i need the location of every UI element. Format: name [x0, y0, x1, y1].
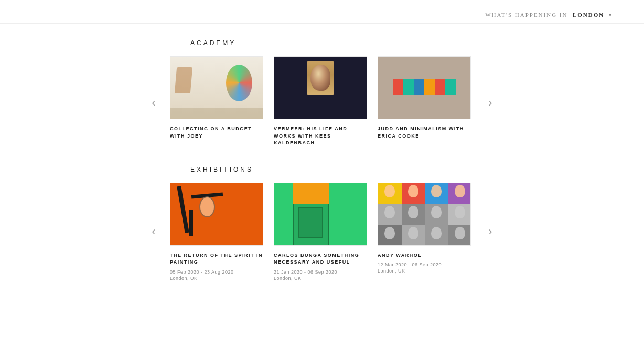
exhibitions-carousel-row: ‹ THE RETURN OF THE SPIRIT IN PAINTING 0…	[0, 183, 644, 281]
exhibition-card-2-location: London, UK	[274, 276, 367, 281]
exhibition-card-3[interactable]: ANDY WARHOL 12 Mar 2020 - 06 Sep 2020 Lo…	[378, 183, 471, 281]
exhibition-card-1[interactable]: THE RETURN OF THE SPIRIT IN PAINTING 05 …	[170, 183, 263, 281]
academy-card-2-image	[274, 56, 367, 119]
exhibitions-section: EXHIBITIONS ‹ THE RETURN OF THE SPIRIT I…	[0, 166, 644, 281]
exhibition-card-1-title: THE RETURN OF THE SPIRIT IN PAINTING	[170, 252, 263, 266]
academy-card-3[interactable]: JUDD AND MINIMALISM WITH ERICA COOKE	[378, 56, 471, 150]
vermeer-img	[274, 57, 367, 119]
gallery-spiral	[226, 65, 252, 101]
paint-stroke-1	[177, 185, 189, 233]
exhibition-card-3-title: ANDY WARHOL	[378, 252, 471, 259]
exhibitions-section-title: EXHIBITIONS	[190, 166, 644, 173]
judd-img	[378, 57, 470, 119]
academy-next-button[interactable]: ›	[477, 90, 503, 116]
location-chevron[interactable]: ▾	[609, 12, 613, 18]
exhibition-card-1-location: London, UK	[170, 276, 263, 281]
header-city: LONDON	[573, 12, 604, 18]
exhibition-card-3-location: London, UK	[378, 268, 471, 274]
academy-prev-button[interactable]: ‹	[141, 90, 167, 116]
exhibitions-prev-button[interactable]: ‹	[141, 218, 167, 245]
header-prefix: WHAT'S HAPPENING IN	[485, 12, 567, 18]
academy-section-title: ACADEMY	[190, 39, 644, 47]
spirit-painting-img	[170, 183, 263, 245]
door-img	[274, 183, 367, 245]
paint-face	[199, 196, 215, 217]
exhibition-card-2-image	[274, 183, 367, 246]
exhibition-card-1-date: 05 Feb 2020 - 23 Aug 2020	[170, 269, 263, 275]
academy-card-2[interactable]: VERMEER: HIS LIFE AND WORKS WITH KEES KA…	[274, 56, 367, 150]
warhol-grid	[378, 183, 471, 246]
academy-card-1[interactable]: COLLECTING ON A BUDGET WITH JOEY	[170, 56, 263, 150]
exhibition-card-2-date: 21 Jan 2020 - 06 Sep 2020	[274, 269, 367, 275]
academy-carousel-row: ‹ COLLECTING ON A BUDGET WITH JOEY	[0, 56, 644, 150]
exhibitions-items: THE RETURN OF THE SPIRIT IN PAINTING 05 …	[167, 183, 477, 281]
academy-items: COLLECTING ON A BUDGET WITH JOEY VERMEER…	[167, 56, 477, 150]
academy-card-1-image	[170, 56, 263, 119]
gallery-room-img	[170, 57, 263, 119]
academy-card-3-title: JUDD AND MINIMALISM WITH ERICA COOKE	[378, 125, 471, 140]
door-top	[293, 183, 329, 204]
exhibitions-next-button[interactable]: ›	[477, 218, 503, 245]
academy-card-1-title: COLLECTING ON A BUDGET WITH JOEY	[170, 125, 263, 140]
exhibition-card-3-date: 12 Mar 2020 - 06 Sep 2020	[378, 262, 471, 267]
header-location-text: WHAT'S HAPPENING IN LONDON ▾	[485, 12, 613, 18]
exhibition-card-2-title: CARLOS BUNGA SOMETHING NECESSARY AND USE…	[274, 252, 367, 266]
header: WHAT'S HAPPENING IN LONDON ▾	[0, 0, 644, 24]
exhibition-card-3-image	[378, 183, 471, 246]
academy-card-3-image	[378, 56, 471, 119]
academy-section: ACADEMY ‹ COLLECTING ON A BUDGET WITH JO…	[0, 39, 644, 150]
exhibition-card-1-image	[170, 183, 263, 246]
door-panel	[298, 207, 323, 238]
paint-stroke-3	[189, 210, 193, 236]
main-content: ACADEMY ‹ COLLECTING ON A BUDGET WITH JO…	[0, 24, 644, 318]
academy-card-2-title: VERMEER: HIS LIFE AND WORKS WITH KEES KA…	[274, 125, 367, 147]
exhibition-card-2[interactable]: CARLOS BUNGA SOMETHING NECESSARY AND USE…	[274, 183, 367, 281]
